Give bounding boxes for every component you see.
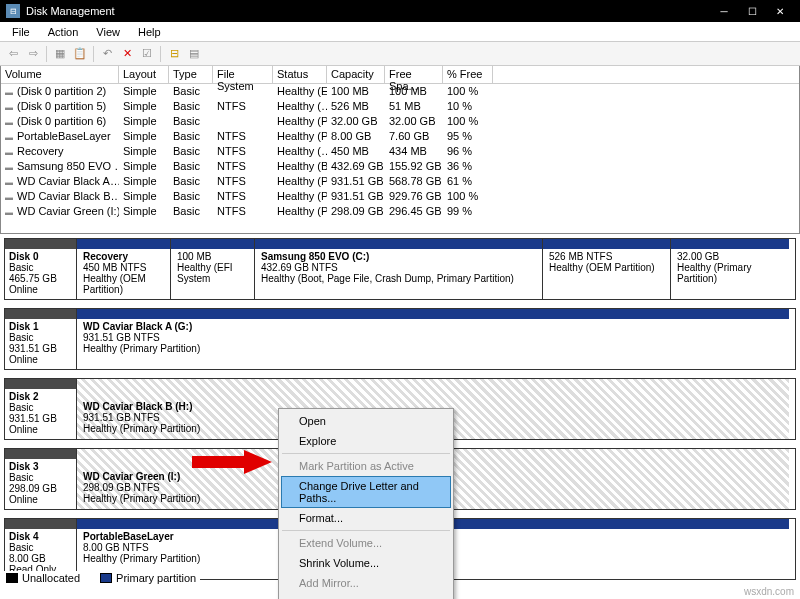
volume-row[interactable]: WD Caviar Black B…SimpleBasicNTFSHealthy… <box>1 189 799 204</box>
col-status[interactable]: Status <box>273 66 327 83</box>
vol-name: PortableBaseLayer <box>1 129 119 144</box>
red-arrow-annotation <box>192 450 272 474</box>
settings-icon[interactable]: 📋 <box>71 45 89 63</box>
legend-primary-swatch <box>100 573 112 583</box>
disk-row: Disk 0Basic465.75 GBOnlineRecovery450 MB… <box>4 238 796 300</box>
volume-row[interactable]: RecoverySimpleBasicNTFSHealthy (…450 MB4… <box>1 144 799 159</box>
partition[interactable]: Recovery450 MB NTFSHealthy (OEM Partitio… <box>77 239 171 299</box>
context-menu: Open Explore Mark Partition as Active Ch… <box>278 408 454 599</box>
menubar: File Action View Help <box>0 22 800 42</box>
volume-list: Volume Layout Type File System Status Ca… <box>0 66 800 234</box>
vol-name: (Disk 0 partition 2) <box>1 84 119 99</box>
disk-management-icon: ⊟ <box>6 4 20 18</box>
ctx-delete-volume[interactable]: Delete Volume... <box>281 593 451 599</box>
properties-icon[interactable]: ☑ <box>138 45 156 63</box>
disk-row: Disk 1Basic931.51 GBOnlineWD Caviar Blac… <box>4 308 796 370</box>
volume-row[interactable]: Samsung 850 EVO …SimpleBasicNTFSHealthy … <box>1 159 799 174</box>
window-title: Disk Management <box>26 5 710 17</box>
col-freespace[interactable]: Free Spa... <box>385 66 443 83</box>
disk-info[interactable]: Disk 0Basic465.75 GBOnline <box>5 239 77 299</box>
disk-info[interactable]: Disk 2Basic931.51 GBOnline <box>5 379 77 439</box>
forward-button[interactable]: ⇨ <box>24 45 42 63</box>
col-percentfree[interactable]: % Free <box>443 66 493 83</box>
col-capacity[interactable]: Capacity <box>327 66 385 83</box>
volume-row[interactable]: WD Caviar Green (I:)SimpleBasicNTFSHealt… <box>1 204 799 219</box>
back-button[interactable]: ⇦ <box>4 45 22 63</box>
maximize-button[interactable]: ☐ <box>738 0 766 22</box>
legend-unallocated-label: Unallocated <box>22 572 80 584</box>
menu-file[interactable]: File <box>4 24 38 40</box>
ctx-format[interactable]: Format... <box>281 508 451 528</box>
legend: Unallocated Primary partition <box>2 571 200 585</box>
vol-name: Recovery <box>1 144 119 159</box>
minimize-button[interactable]: ─ <box>710 0 738 22</box>
undo-icon[interactable]: ↶ <box>98 45 116 63</box>
vol-name: (Disk 0 partition 6) <box>1 114 119 129</box>
volume-row[interactable]: (Disk 0 partition 6)SimpleBasicHealthy (… <box>1 114 799 129</box>
close-button[interactable]: ✕ <box>766 0 794 22</box>
refresh-icon[interactable]: ▦ <box>51 45 69 63</box>
delete-icon[interactable]: ✕ <box>118 45 136 63</box>
menu-action[interactable]: Action <box>40 24 87 40</box>
volume-list-header: Volume Layout Type File System Status Ca… <box>1 66 799 84</box>
menu-help[interactable]: Help <box>130 24 169 40</box>
disk-info[interactable]: Disk 4Basic8.00 GBRead Only <box>5 519 77 579</box>
partition[interactable]: 32.00 GBHealthy (Primary Partition) <box>671 239 789 299</box>
vol-name: Samsung 850 EVO … <box>1 159 119 174</box>
titlebar[interactable]: ⊟ Disk Management ─ ☐ ✕ <box>0 0 800 22</box>
volume-row[interactable]: (Disk 0 partition 5)SimpleBasicNTFSHealt… <box>1 99 799 114</box>
ctx-extend-volume: Extend Volume... <box>281 533 451 553</box>
ctx-shrink-volume[interactable]: Shrink Volume... <box>281 553 451 573</box>
col-volume[interactable]: Volume <box>1 66 119 83</box>
ctx-open[interactable]: Open <box>281 411 451 431</box>
vol-name: (Disk 0 partition 5) <box>1 99 119 114</box>
ctx-explore[interactable]: Explore <box>281 431 451 451</box>
disk-info[interactable]: Disk 3Basic298.09 GBOnline <box>5 449 77 509</box>
ctx-change-drive-letter[interactable]: Change Drive Letter and Paths... <box>281 476 451 508</box>
action-icon[interactable]: ⊟ <box>165 45 183 63</box>
partition[interactable]: Samsung 850 EVO (C:)432.69 GB NTFSHealth… <box>255 239 543 299</box>
col-layout[interactable]: Layout <box>119 66 169 83</box>
watermark: wsxdn.com <box>744 586 794 597</box>
toolbar: ⇦ ⇨ ▦ 📋 ↶ ✕ ☑ ⊟ ▤ <box>0 42 800 66</box>
partition[interactable]: WD Caviar Black A (G:)931.51 GB NTFSHeal… <box>77 309 789 369</box>
ctx-mark-active: Mark Partition as Active <box>281 456 451 476</box>
ctx-add-mirror: Add Mirror... <box>281 573 451 593</box>
vol-name: WD Caviar Green (I:) <box>1 204 119 219</box>
col-filesystem[interactable]: File System <box>213 66 273 83</box>
volume-row[interactable]: PortableBaseLayerSimpleBasicNTFSHealthy … <box>1 129 799 144</box>
legend-primary-label: Primary partition <box>116 572 196 584</box>
volume-row[interactable]: (Disk 0 partition 2)SimpleBasicHealthy (… <box>1 84 799 99</box>
partition[interactable]: 526 MB NTFSHealthy (OEM Partition) <box>543 239 671 299</box>
volume-row[interactable]: WD Caviar Black A…SimpleBasicNTFSHealthy… <box>1 174 799 189</box>
svg-marker-0 <box>192 450 272 474</box>
vol-name: WD Caviar Black A… <box>1 174 119 189</box>
menu-view[interactable]: View <box>88 24 128 40</box>
partition[interactable]: 100 MBHealthy (EFI System <box>171 239 255 299</box>
view-icon[interactable]: ▤ <box>185 45 203 63</box>
disk-info[interactable]: Disk 1Basic931.51 GBOnline <box>5 309 77 369</box>
vol-name: WD Caviar Black B… <box>1 189 119 204</box>
col-type[interactable]: Type <box>169 66 213 83</box>
legend-unallocated-swatch <box>6 573 18 583</box>
